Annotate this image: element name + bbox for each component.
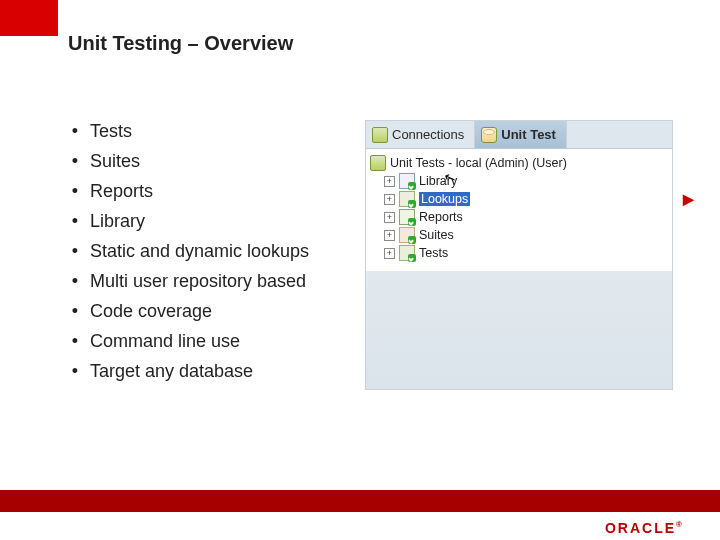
bullet-icon: • [68, 240, 82, 262]
list-item: •Tests [68, 120, 353, 142]
logo-text: ORACLE [605, 520, 676, 536]
tree-view: Unit Tests - local (Admin) (User) + Libr… [366, 149, 672, 271]
list-item: •Code coverage [68, 300, 353, 322]
bullet-list: •Tests •Suites •Reports •Library •Static… [68, 120, 353, 390]
unit-test-panel: Connections Unit Test Unit Tests - local… [365, 120, 673, 390]
expand-icon[interactable]: + [384, 176, 395, 187]
list-text: Command line use [90, 330, 240, 352]
bullet-icon: • [68, 270, 82, 292]
tree-label: Lookups [419, 192, 470, 206]
tree-root-label: Unit Tests - local (Admin) (User) [390, 156, 567, 170]
bullet-icon: • [68, 330, 82, 352]
tree-label: Suites [419, 228, 454, 242]
lookups-icon [399, 191, 415, 207]
list-text: Code coverage [90, 300, 212, 322]
list-item: •Static and dynamic lookups [68, 240, 353, 262]
oracle-logo: ORACLE® [605, 520, 682, 536]
footer-bar [0, 490, 720, 512]
suites-icon [399, 227, 415, 243]
list-text: Target any database [90, 360, 253, 382]
list-text: Reports [90, 180, 153, 202]
tree-item-library[interactable]: + Library ↖ [384, 173, 668, 189]
page-title: Unit Testing – Overview [68, 32, 293, 55]
tree-item-suites[interactable]: + Suites [384, 227, 668, 243]
list-item: •Suites [68, 150, 353, 172]
database-icon [370, 155, 386, 171]
expand-icon[interactable]: + [384, 212, 395, 223]
expand-icon[interactable]: + [384, 194, 395, 205]
selection-arrow-icon: ▶ [683, 191, 694, 207]
bullet-icon: • [68, 180, 82, 202]
list-item: •Reports [68, 180, 353, 202]
connections-icon [372, 127, 388, 143]
tab-unit-test[interactable]: Unit Test [475, 121, 567, 148]
tree-label: Tests [419, 246, 448, 260]
expand-icon[interactable]: + [384, 230, 395, 241]
tests-icon [399, 245, 415, 261]
bullet-icon: • [68, 120, 82, 142]
tree-root[interactable]: Unit Tests - local (Admin) (User) [370, 155, 668, 171]
unit-test-icon [481, 127, 497, 143]
tab-connections[interactable]: Connections [366, 121, 475, 148]
tab-bar: Connections Unit Test [366, 121, 672, 149]
bullet-icon: • [68, 210, 82, 232]
bullet-icon: • [68, 150, 82, 172]
list-text: Static and dynamic lookups [90, 240, 309, 262]
expand-icon[interactable]: + [384, 248, 395, 259]
tree-item-lookups[interactable]: + Lookups ▶ [384, 191, 668, 207]
library-icon [399, 173, 415, 189]
list-item: •Command line use [68, 330, 353, 352]
tab-label: Connections [392, 127, 464, 142]
registered-mark: ® [676, 520, 682, 529]
tree-item-reports[interactable]: + Reports [384, 209, 668, 225]
tree-label: Reports [419, 210, 463, 224]
list-text: Library [90, 210, 145, 232]
list-text: Tests [90, 120, 132, 142]
decorative-red-block [0, 0, 58, 36]
list-item: •Target any database [68, 360, 353, 382]
tab-label: Unit Test [501, 127, 556, 142]
list-item: •Library [68, 210, 353, 232]
bullet-icon: • [68, 360, 82, 382]
reports-icon [399, 209, 415, 225]
list-text: Multi user repository based [90, 270, 306, 292]
list-item: •Multi user repository based [68, 270, 353, 292]
bullet-icon: • [68, 300, 82, 322]
tree-item-tests[interactable]: + Tests [384, 245, 668, 261]
list-text: Suites [90, 150, 140, 172]
content-row: •Tests •Suites •Reports •Library •Static… [68, 120, 700, 390]
